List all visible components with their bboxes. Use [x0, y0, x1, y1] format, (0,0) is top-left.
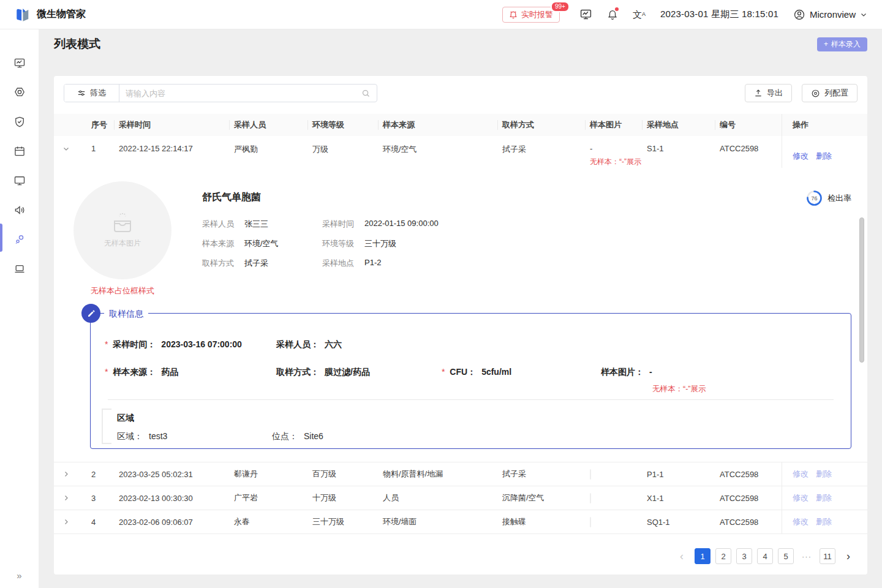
edit-link[interactable]: 修改: [793, 492, 809, 503]
col-image: 样本图片: [590, 114, 647, 136]
edit-link[interactable]: 修改: [793, 151, 809, 162]
expanded-detail: 无样本图片 无样本占位框样式 舒氏气单胞菌 采样人员张三三 采样时间2022-0…: [54, 168, 867, 462]
no-sample-annotation: 无样本：“-”展示: [590, 157, 647, 167]
table-row: 1 2022-12-15 22:14:17 严枫勤 万级 环境/空气 拭子采 -…: [54, 136, 867, 168]
sidebar-item-display[interactable]: [13, 175, 26, 187]
top-bar: 微生物管家 实时报警 99+: [0, 0, 882, 29]
microbe-name: 舒氏气单胞菌: [202, 191, 439, 204]
brand-name: 微生物管家: [37, 8, 86, 21]
edit-link[interactable]: 修改: [793, 469, 809, 480]
divider: [108, 399, 834, 400]
expand-row-icon[interactable]: [54, 518, 78, 526]
next-page-icon[interactable]: ›: [840, 548, 856, 564]
expand-row-icon[interactable]: [54, 494, 78, 502]
field-area: 区域：test3: [117, 431, 167, 442]
user-name: Micronview: [810, 9, 856, 20]
toolbar: 筛选 导出 列配置: [54, 76, 867, 102]
user-icon: [793, 9, 805, 21]
pagination: ‹ 1 2 3 4 5 ··· 11 ›: [54, 548, 867, 564]
no-sample-avatar: 无样本图片: [74, 181, 172, 279]
table-row: 4 2023-02-06 09:06:07 永春 三十万级 环境/墙面 接触碟 …: [54, 510, 867, 534]
col-method: 取样方式: [502, 114, 590, 136]
page-button[interactable]: 5: [778, 548, 794, 564]
page-button[interactable]: 11: [820, 548, 835, 564]
field-cfu: CFU：5cfu/ml: [442, 367, 511, 378]
collapse-row-icon[interactable]: [54, 136, 78, 153]
search-icon[interactable]: [361, 89, 377, 98]
sample-table: 序号 采样时间 采样人员 环境等级 样本来源 取样方式 样本图片 采样地点 编号…: [54, 114, 867, 534]
col-source: 样本来源: [383, 114, 502, 136]
page-button[interactable]: 3: [736, 548, 752, 564]
alarm-wrap: 实时报警 99+: [502, 7, 560, 23]
delete-link[interactable]: 删除: [816, 469, 832, 480]
table-header-row: 序号 采样时间 采样人员 环境等级 样本来源 取样方式 样本图片 采样地点 编号…: [54, 114, 867, 136]
edit-link[interactable]: 修改: [793, 516, 809, 527]
page-button[interactable]: 2: [715, 548, 731, 564]
page-button[interactable]: 4: [757, 548, 773, 564]
add-sample-button[interactable]: + 样本录入: [817, 37, 867, 51]
sampling-info-title: 取样信息: [104, 307, 148, 320]
monitor-chart-icon[interactable]: [579, 8, 592, 21]
detail-pair: 环境等级三十万级: [322, 238, 439, 249]
col-time: 采样时间: [119, 114, 234, 136]
rate-number: 76: [811, 195, 817, 202]
search-input[interactable]: [119, 85, 361, 102]
sidebar: »: [0, 29, 39, 588]
sidebar-item-settings[interactable]: [13, 86, 26, 99]
filter-button[interactable]: 筛选: [64, 85, 119, 102]
translate-icon[interactable]: 文A: [633, 10, 646, 19]
sliders-icon: [77, 89, 86, 97]
sample-thumbnail[interactable]: [590, 469, 591, 480]
export-icon: [754, 89, 763, 97]
delete-link[interactable]: 删除: [816, 492, 832, 503]
brand: 微生物管家: [15, 7, 86, 23]
bell-icon[interactable]: [607, 9, 618, 21]
field-sample-method: 取样方式：膜过滤/药品: [276, 367, 370, 378]
user-menu[interactable]: Micronview: [793, 9, 867, 21]
export-button[interactable]: 导出: [745, 84, 792, 102]
page-head: 列表模式 + 样本录入: [39, 29, 882, 59]
col-person: 采样人员: [234, 114, 312, 136]
plus-icon: +: [824, 40, 828, 48]
sidebar-expand-icon[interactable]: »: [0, 570, 39, 581]
area-bracket: [102, 409, 111, 444]
col-ops: 操作: [782, 114, 867, 136]
expand-row-icon[interactable]: [54, 470, 78, 478]
prev-page-icon[interactable]: ‹: [674, 548, 690, 564]
col-level: 环境等级: [312, 114, 383, 136]
field-site: 位点：Site6: [272, 431, 323, 442]
field-sample-source: 样本来源：药品: [105, 367, 178, 378]
pagination-ellipsis[interactable]: ···: [799, 548, 815, 564]
sidebar-item-calendar[interactable]: [13, 145, 26, 157]
table-row: 2 2023-03-25 05:02:31 郗谦丹 百万级 物料/原普料/地漏 …: [54, 462, 867, 486]
sidebar-item-dashboard[interactable]: [13, 57, 26, 69]
sample-image-cell: - 无样本：“-”展示: [590, 136, 647, 167]
detection-rate: 76 检出率: [806, 190, 851, 206]
page-button[interactable]: 1: [695, 548, 710, 564]
detail-pair: 采样人员张三三: [202, 219, 322, 230]
sampling-info-box: 取样信息 采样时间：2023-03-16 07:00:00 采样人员：六六 样本…: [90, 313, 851, 449]
sidebar-item-devices[interactable]: [13, 263, 26, 275]
col-code: 编号: [720, 114, 782, 136]
page-title: 列表模式: [54, 36, 100, 52]
delete-link[interactable]: 删除: [816, 516, 832, 527]
sidebar-item-broadcast[interactable]: [13, 204, 26, 216]
area-title: 区域: [117, 413, 134, 424]
alarm-label: 实时报警: [521, 9, 553, 20]
sample-thumbnail[interactable]: [590, 493, 591, 503]
sample-thumbnail[interactable]: [590, 517, 591, 527]
field-sample-time: 采样时间：2023-03-16 07:00:00: [105, 339, 242, 350]
detail-pair: 样本来源环境/空气: [202, 238, 322, 249]
sidebar-item-microbe-active[interactable]: [13, 233, 26, 246]
column-config-button[interactable]: 列配置: [802, 84, 858, 102]
col-no: 序号: [78, 114, 119, 136]
sidebar-item-security[interactable]: [13, 116, 26, 128]
list-card: 筛选 导出 列配置: [54, 76, 867, 575]
delete-link[interactable]: 删除: [816, 151, 832, 162]
vertical-scrollbar[interactable]: [859, 217, 864, 363]
search-group: 筛选: [64, 84, 377, 102]
brand-logo-icon: [15, 7, 31, 23]
datetime: 2023-03-01 星期三 18:15:01: [660, 9, 778, 20]
empty-box-icon: [108, 213, 137, 233]
top-right-tools: 实时报警 99+ 文A 2023-03-01 星期三 18:15:01: [502, 7, 867, 23]
